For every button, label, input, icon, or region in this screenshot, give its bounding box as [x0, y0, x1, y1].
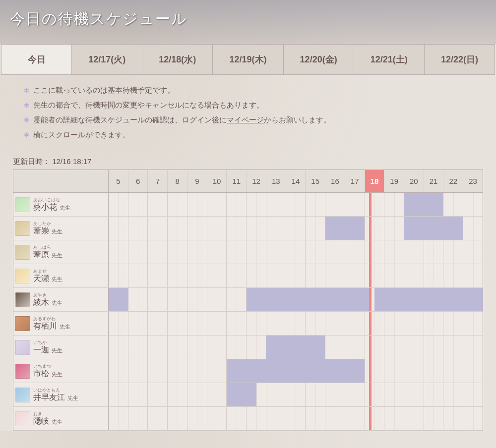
update-time: 更新日時： 12/16 18:17 [13, 157, 496, 167]
schedule-row: あるすがわ有栖川 先生 [13, 312, 483, 336]
teacher-cell[interactable]: あやき綾木 先生 [13, 288, 109, 311]
hour-header-13: 13 [266, 170, 286, 192]
schedule-header: 567891011121314151617181920212223 [13, 170, 483, 193]
schedule-row: あやき綾木 先生 [13, 288, 483, 312]
teacher-suffix: 先生 [50, 300, 62, 306]
tab-4[interactable]: 12/20(金) [284, 45, 354, 74]
avatar [15, 316, 30, 331]
avatar [15, 340, 30, 355]
hour-header-10: 10 [207, 170, 227, 192]
note-line-3: ✻横にスクロールができます。 [24, 130, 472, 140]
booked-slot [404, 193, 443, 216]
tab-1[interactable]: 12/17(火) [72, 45, 142, 74]
teacher-cell[interactable]: あしたか葦崇 先生 [13, 217, 109, 240]
teacher-cell[interactable]: いちか一迦 先生 [13, 336, 109, 359]
schedule-row: いちか一迦 先生 [13, 336, 483, 359]
bullet-icon: ✻ [24, 87, 29, 94]
avatar [15, 292, 30, 307]
hour-header-15: 15 [306, 170, 325, 192]
booked-slot [227, 359, 365, 383]
teacher-ruby: おき [33, 412, 62, 417]
current-time-marker [369, 217, 372, 240]
hour-header-21: 21 [424, 170, 444, 192]
teacher-suffix: 先生 [50, 419, 62, 425]
booked-slot [109, 288, 128, 311]
avatar [15, 388, 30, 402]
teacher-name: 葵小花 [33, 203, 57, 211]
booked-slot [325, 217, 365, 240]
bullet-icon: ✻ [24, 102, 29, 109]
note-line-0: ✻ここに載っているのは基本待機予定です。 [24, 86, 472, 95]
teacher-ruby: あおいこはな [33, 198, 70, 203]
teacher-suffix: 先生 [58, 324, 70, 330]
teacher-cell[interactable]: おき隠岐 先生 [13, 407, 109, 430]
tab-0[interactable]: 今日 [1, 45, 72, 74]
current-time-marker [369, 264, 372, 287]
current-time-marker [369, 312, 372, 335]
tab-6[interactable]: 12/22(日) [425, 45, 495, 74]
teacher-ruby: あやき [33, 293, 62, 298]
schedule-row: いちまつ市松 先生 [13, 359, 483, 383]
teacher-suffix: 先生 [50, 371, 62, 377]
teacher-cell[interactable]: あおいこはな葵小花 先生 [13, 193, 109, 216]
teacher-ruby: あしはら [33, 245, 62, 250]
schedule-row: いはやともえ井早友江 先生 [13, 383, 483, 407]
teacher-name: 綾木 [33, 298, 49, 306]
booked-slot [247, 288, 370, 311]
teacher-cell[interactable]: あませ天瀬 先生 [13, 264, 109, 287]
teacher-ruby: あしたか [33, 222, 62, 226]
tab-5[interactable]: 12/21(土) [354, 45, 425, 74]
current-time-marker [369, 407, 372, 430]
teacher-ruby: あませ [33, 269, 62, 274]
teacher-ruby: いちか [33, 340, 62, 345]
teacher-suffix: 先生 [50, 228, 62, 234]
note-line-2: ✻霊能者の詳細な待機スケジュールの確認は、ログイン後にマイページからお願いします… [24, 115, 472, 125]
current-time-marker [369, 288, 372, 311]
hour-header-20: 20 [404, 170, 424, 192]
hour-header-16: 16 [325, 170, 345, 192]
teacher-name: 有栖川 [33, 322, 57, 330]
avatar [15, 197, 30, 212]
teacher-cell[interactable]: あしはら葦原 先生 [13, 240, 109, 264]
bullet-icon: ✻ [24, 116, 29, 124]
page-title: 今日の待機スケジュール [10, 9, 486, 29]
update-value: 12/16 18:17 [52, 157, 91, 166]
notes-section: ✻ここに載っているのは基本待機予定です。✻先生の都合で、待機時間の変更やキャンセ… [0, 75, 496, 150]
teacher-cell[interactable]: あるすがわ有栖川 先生 [13, 312, 109, 335]
hour-header-23: 23 [463, 170, 483, 192]
teacher-name: 葦原 [33, 250, 49, 259]
tab-3[interactable]: 12/19(木) [213, 45, 283, 74]
header: 今日の待機スケジュール [0, 0, 496, 44]
bullet-icon: ✻ [24, 131, 29, 139]
hour-header-22: 22 [443, 170, 463, 192]
teacher-cell[interactable]: いちまつ市松 先生 [13, 359, 109, 383]
teacher-suffix: 先生 [50, 347, 62, 353]
teacher-cell[interactable]: いはやともえ井早友江 先生 [13, 383, 109, 406]
teacher-name: 井早友江 [33, 393, 65, 401]
schedule-row: おき隠岐 先生 [13, 407, 483, 431]
note-line-1: ✻先生の都合で、待機時間の変更やキャンセルになる場合もあります。 [24, 101, 472, 110]
hour-header-18: 18 [365, 170, 385, 192]
teacher-name: 市松 [33, 369, 49, 378]
schedule-row: あませ天瀬 先生 [13, 264, 483, 288]
schedule-table[interactable]: 567891011121314151617181920212223あおいこはな葵… [13, 169, 483, 431]
mypage-link[interactable]: マイページ [227, 115, 264, 124]
teacher-suffix: 先生 [58, 205, 70, 211]
hour-header-14: 14 [286, 170, 306, 192]
note-text: 横にスクロールができます。 [33, 130, 130, 140]
note-text: ここに載っているのは基本待機予定です。 [33, 86, 175, 95]
hour-header-7: 7 [148, 170, 168, 192]
hour-header-6: 6 [128, 170, 148, 192]
teacher-name: 天瀬 [33, 274, 49, 282]
booked-slot [374, 288, 483, 311]
schedule-row: あしはら葦原 先生 [13, 240, 483, 264]
tab-2[interactable]: 12/18(水) [142, 45, 213, 74]
current-time-marker [369, 359, 372, 383]
avatar [15, 269, 30, 283]
teacher-ruby: いはやともえ [33, 388, 78, 393]
avatar [15, 245, 30, 260]
hour-header-5: 5 [109, 170, 128, 192]
booked-slot [266, 336, 325, 359]
schedule-row: あしたか葦崇 先生 [13, 217, 483, 240]
avatar [15, 364, 30, 379]
